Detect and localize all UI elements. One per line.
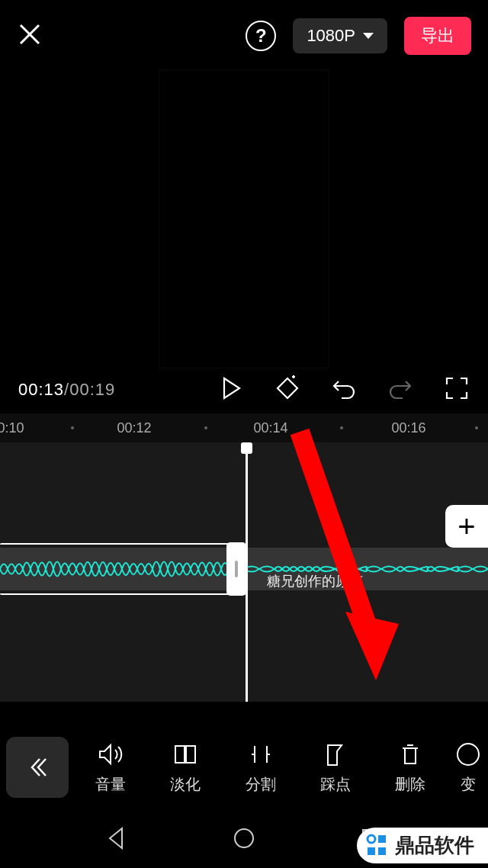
change-tool[interactable]: 变 — [453, 741, 483, 795]
clip-drag-handle[interactable] — [226, 542, 246, 596]
redo-button[interactable] — [387, 375, 413, 404]
nav-back-button[interactable] — [104, 825, 130, 854]
resolution-label: 1080P — [307, 26, 355, 46]
watermark-logo-icon — [363, 832, 390, 860]
video-preview[interactable] — [159, 70, 329, 368]
chevron-down-icon — [363, 33, 374, 39]
beat-tool[interactable]: 踩点 — [303, 741, 368, 795]
split-tool[interactable]: 分割 — [228, 741, 294, 795]
play-button[interactable] — [218, 375, 244, 404]
svg-point-3 — [235, 829, 253, 847]
time-display: 00:13/00:19 — [18, 380, 115, 400]
svg-point-2 — [458, 744, 479, 765]
svg-point-5 — [368, 835, 375, 843]
svg-rect-1 — [186, 746, 195, 763]
svg-rect-7 — [378, 835, 386, 843]
resolution-select[interactable]: 1080P — [293, 18, 387, 53]
svg-rect-8 — [378, 847, 386, 855]
timeline-ruler[interactable]: 0:10 00:12 00:14 00:16 — [0, 413, 488, 442]
fullscreen-button[interactable] — [444, 375, 470, 404]
undo-button[interactable] — [331, 375, 357, 404]
playhead[interactable] — [246, 442, 248, 702]
close-button[interactable] — [17, 21, 43, 50]
selected-clip[interactable] — [0, 543, 244, 595]
watermark: 鼎品软件 — [357, 828, 488, 863]
volume-tool[interactable]: 音量 — [78, 741, 143, 795]
svg-rect-0 — [175, 746, 185, 763]
export-button[interactable]: 导出 — [404, 17, 471, 55]
nav-home-button[interactable] — [231, 825, 257, 854]
help-button[interactable]: ? — [246, 21, 276, 51]
add-clip-button[interactable]: + — [445, 505, 488, 548]
keyframe-button[interactable] — [274, 375, 300, 404]
delete-tool[interactable]: 删除 — [377, 741, 443, 795]
timeline-area[interactable]: 糖兄创作的原声 + — [0, 442, 488, 702]
svg-rect-6 — [368, 847, 375, 855]
fade-tool[interactable]: 淡化 — [152, 741, 218, 795]
collapse-toolbar-button[interactable] — [6, 737, 69, 798]
clip-label: 糖兄创作的原声 — [267, 572, 363, 590]
